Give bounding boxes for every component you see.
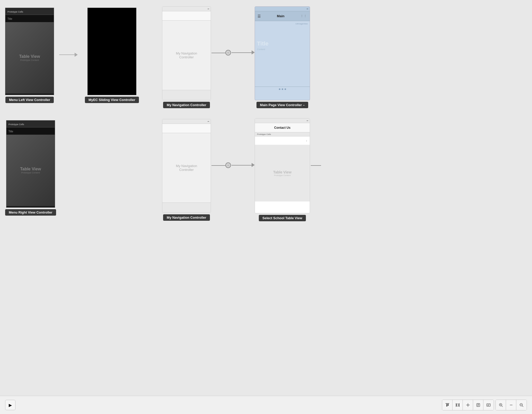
dot-2 bbox=[282, 88, 283, 90]
select-school-controller[interactable]: ▪▪ Contact Us Prototype Cells › Table Vi… bbox=[255, 118, 310, 221]
prototype-cell: › bbox=[255, 136, 310, 145]
main-content: Content bbox=[257, 48, 308, 51]
myec-label: MyEC Sliding View Controller bbox=[85, 97, 139, 103]
svg-rect-0 bbox=[446, 403, 449, 404]
segue-circle-1: ↔ bbox=[225, 50, 231, 56]
zoom-out-icon bbox=[519, 403, 524, 407]
zoom-reset-button[interactable] bbox=[506, 400, 516, 410]
contact-nav-bar: Contact Us bbox=[255, 123, 310, 132]
status-bar: ▪▪ bbox=[162, 7, 211, 11]
distribute-icon bbox=[455, 403, 460, 407]
nav-bottom-bar bbox=[162, 90, 211, 100]
table-content: Table View Prototype Content bbox=[5, 22, 54, 94]
segue-line-2 bbox=[211, 165, 227, 166]
segue-arrowhead-2 bbox=[252, 163, 255, 167]
toolbar-left-group: ▶ bbox=[5, 400, 15, 410]
segue-arrowhead-1 bbox=[252, 50, 255, 54]
menu-left-controller[interactable]: Prototype Cells Title Table View Prototy… bbox=[5, 8, 54, 103]
svg-rect-4 bbox=[459, 403, 459, 407]
distribute-button[interactable] bbox=[453, 400, 463, 410]
menu-right-frame: Prototype Cells Title Table View Prototy… bbox=[6, 120, 55, 208]
zoom-reset-icon bbox=[509, 403, 513, 407]
grid-icon: ⋮⋮ bbox=[300, 14, 307, 18]
battery-icon: ▪▪ bbox=[208, 8, 209, 10]
nav-label: My NavigationController bbox=[176, 51, 197, 59]
svg-line-22 bbox=[522, 406, 523, 407]
align-top-button[interactable] bbox=[442, 400, 453, 410]
nav-controller-1[interactable]: ▪▪ My NavigationController My Navigation… bbox=[162, 6, 211, 108]
prototype-cells-header-r: Prototype Cells bbox=[6, 121, 55, 127]
main-frame: ▪▪ ☰ Main ⋮⋮ UIImageView Title Content bbox=[255, 6, 310, 100]
section-header: Prototype Cells bbox=[255, 132, 310, 136]
fit-button[interactable] bbox=[483, 400, 494, 410]
nav-bottom-bar-2 bbox=[162, 203, 211, 213]
menu-left-label: Menu Left View Controller bbox=[5, 97, 54, 103]
nav-label-2: My Navigation Controller bbox=[163, 214, 210, 221]
page-dots bbox=[255, 87, 310, 91]
svg-rect-13 bbox=[487, 404, 490, 406]
align-top-icon bbox=[445, 403, 450, 407]
nav-controller-2[interactable]: ▪▪ My NavigationController My Navigation… bbox=[162, 119, 211, 221]
resolve-icon bbox=[476, 403, 481, 407]
storyboard-canvas: Prototype Cells Title Table View Prototy… bbox=[0, 0, 532, 396]
svg-rect-2 bbox=[448, 404, 449, 406]
segue-arrow-1 bbox=[232, 52, 252, 53]
main-nav-title: Main bbox=[277, 14, 285, 18]
myec-frame bbox=[87, 8, 136, 95]
status-bar-2: ▪▪ bbox=[162, 119, 211, 124]
play-icon: ▶ bbox=[9, 403, 12, 408]
segue-circle-2: ↔ bbox=[225, 162, 231, 168]
nav-label-2: My NavigationController bbox=[176, 164, 197, 172]
prototype-content-label: Prototype Content bbox=[273, 174, 291, 177]
menu-left-frame: Prototype Cells Title Table View Prototy… bbox=[5, 8, 54, 95]
bottom-toolbar: ▶ bbox=[0, 396, 532, 414]
status-bar-main: ▪▪ bbox=[255, 7, 310, 11]
nav-label-1: My Navigation Controller bbox=[163, 102, 210, 108]
align-group bbox=[442, 400, 494, 410]
trailing-line bbox=[311, 165, 321, 166]
status-bar-ss: ▪▪ bbox=[255, 118, 310, 123]
nav-bar: Title bbox=[5, 15, 54, 22]
play-button[interactable]: ▶ bbox=[5, 400, 15, 410]
image-view-label: UIImageView bbox=[257, 23, 308, 25]
select-school-frame: ▪▪ Contact Us Prototype Cells › Table Vi… bbox=[255, 118, 310, 213]
segue-arrow-line-2 bbox=[232, 165, 252, 165]
contact-nav-title: Contact Us bbox=[274, 126, 290, 130]
myec-sliding-controller[interactable]: MyEC Sliding View Controller bbox=[85, 8, 139, 103]
menu-icon: ☰ bbox=[258, 14, 261, 18]
initial-arrow bbox=[59, 53, 78, 57]
dot-3 bbox=[285, 88, 286, 90]
zoom-group bbox=[495, 400, 527, 410]
table-body-ss: Table View Prototype Content bbox=[255, 145, 310, 201]
nav-body: My NavigationController bbox=[162, 21, 211, 90]
battery-icon-2: ▪▪ bbox=[208, 120, 209, 123]
segue-line-1 bbox=[211, 53, 227, 53]
main-body: UIImageView Title Content bbox=[255, 21, 310, 87]
menu-right-controller[interactable]: Prototype Cells Title Table View Prototy… bbox=[5, 120, 56, 216]
battery-icon-main: ▪▪ bbox=[307, 8, 308, 10]
chevron-right-icon: › bbox=[306, 139, 307, 143]
main-page-controller[interactable]: ▪▪ ☰ Main ⋮⋮ UIImageView Title Content M… bbox=[255, 6, 310, 108]
main-page-label: Main Page View Controller – bbox=[256, 102, 308, 108]
nav-body-2: My NavigationController bbox=[162, 133, 211, 203]
nav-frame-2: ▪▪ My NavigationController bbox=[162, 119, 211, 213]
zoom-in-button[interactable] bbox=[496, 400, 506, 410]
nav-bar-placeholder-2 bbox=[162, 124, 211, 133]
zoom-out-button[interactable] bbox=[516, 400, 527, 410]
prototype-cells-header: Prototype Cells bbox=[5, 8, 54, 15]
main-nav-bar: ☰ Main ⋮⋮ bbox=[255, 11, 310, 21]
svg-rect-3 bbox=[456, 403, 456, 407]
pin-button[interactable] bbox=[463, 400, 473, 410]
svg-rect-5 bbox=[457, 404, 459, 406]
dot-1 bbox=[279, 88, 280, 90]
pin-icon bbox=[466, 403, 470, 407]
svg-point-8 bbox=[467, 404, 468, 406]
table-view-label: Table View bbox=[273, 170, 291, 174]
battery-icon-ss: ▪▪ bbox=[307, 119, 308, 122]
nav-frame-1: ▪▪ My NavigationController bbox=[162, 6, 211, 100]
svg-line-17 bbox=[502, 406, 503, 407]
nav-bar-r: Title bbox=[6, 127, 55, 135]
svg-rect-1 bbox=[446, 404, 447, 407]
table-content-r: Table View Prototype Content bbox=[6, 135, 55, 206]
resolve-button[interactable] bbox=[473, 400, 483, 410]
